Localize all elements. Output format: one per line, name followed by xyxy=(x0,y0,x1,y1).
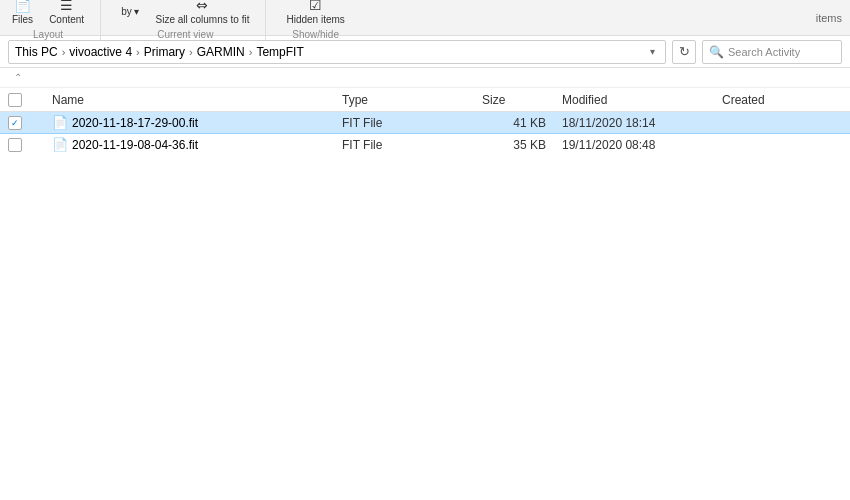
file-type-1: FIT File xyxy=(342,116,482,130)
items-count: items xyxy=(816,12,842,24)
header-check[interactable] xyxy=(8,93,32,107)
file-name-1: 📄 2020-11-18-17-29-00.fit xyxy=(32,115,342,130)
select-all-checkbox[interactable] xyxy=(8,93,22,107)
by-button[interactable]: by ▾ xyxy=(117,4,143,19)
address-bar: This PC › vivoactive 4 › Primary › GARMI… xyxy=(0,36,850,68)
files-button[interactable]: 📄 Files xyxy=(8,0,37,27)
by-label: by ▾ xyxy=(121,6,139,17)
current-view-section: by ▾ ⇔ Size all columns to fit Current v… xyxy=(117,0,266,40)
refresh-button[interactable]: ↻ xyxy=(672,40,696,64)
file-size-2: 35 KB xyxy=(482,138,562,152)
size-all-columns-button[interactable]: ⇔ Size all columns to fit xyxy=(152,0,254,27)
breadcrumb-sep-3: › xyxy=(189,46,193,58)
layout-buttons: 📄 Files ☰ Content xyxy=(8,0,88,27)
show-hide-buttons: ☑ Hidden items xyxy=(282,0,348,27)
breadcrumb-tempfit[interactable]: TempFIT xyxy=(256,45,303,59)
column-headers: Name Type Size Modified Created xyxy=(0,88,850,112)
breadcrumb-primary[interactable]: Primary xyxy=(144,45,185,59)
breadcrumb-dropdown[interactable]: ▾ xyxy=(646,46,659,57)
toolbar-left: 📄 Files ☰ Content Layout by ▾ ⇔ Size all… xyxy=(8,0,349,40)
file-modified-2: 19/11/2020 08:48 xyxy=(562,138,722,152)
show-hide-section: ☑ Hidden items Show/hide xyxy=(282,0,348,40)
current-view-title: Current view xyxy=(157,29,213,40)
show-hide-title: Show/hide xyxy=(292,29,339,40)
size-all-label: Size all columns to fit xyxy=(156,14,250,25)
files-icon: 📄 xyxy=(14,0,31,13)
breadcrumb-sep-1: › xyxy=(62,46,66,58)
hidden-items-button[interactable]: ☑ Hidden items xyxy=(282,0,348,27)
table-row[interactable]: 📄 2020-11-19-08-04-36.fit FIT File 35 KB… xyxy=(0,134,850,156)
current-view-buttons: by ▾ ⇔ Size all columns to fit xyxy=(117,0,253,27)
layout-title: Layout xyxy=(33,29,63,40)
breadcrumb-sep-4: › xyxy=(249,46,253,58)
up-arrow-row: ⌃ xyxy=(0,68,850,88)
breadcrumb-sep-2: › xyxy=(136,46,140,58)
layout-section: 📄 Files ☰ Content Layout xyxy=(8,0,101,40)
size-columns-icon: ⇔ xyxy=(196,0,208,13)
file-name-text-2: 2020-11-19-08-04-36.fit xyxy=(72,138,198,152)
refresh-icon: ↻ xyxy=(679,44,690,59)
breadcrumb-this-pc[interactable]: This PC xyxy=(15,45,58,59)
column-header-size[interactable]: Size xyxy=(482,93,562,107)
row-check-1[interactable]: ✓ xyxy=(8,116,32,130)
file-name-text-1: 2020-11-18-17-29-00.fit xyxy=(72,116,198,130)
row-checkbox-1[interactable]: ✓ xyxy=(8,116,22,130)
column-header-created[interactable]: Created xyxy=(722,93,842,107)
content-icon: ☰ xyxy=(60,0,73,13)
file-modified-1: 18/11/2020 18:14 xyxy=(562,116,722,130)
items-label: items xyxy=(816,12,842,24)
column-header-name[interactable]: Name xyxy=(32,93,342,107)
check-mark-1: ✓ xyxy=(11,118,19,128)
breadcrumb-vivoactive[interactable]: vivoactive 4 xyxy=(69,45,132,59)
file-icon-1: 📄 xyxy=(52,115,68,130)
content-button[interactable]: ☰ Content xyxy=(45,0,88,27)
search-icon: 🔍 xyxy=(709,45,724,59)
file-size-1: 41 KB xyxy=(482,116,562,130)
hidden-items-label: Hidden items xyxy=(286,14,344,25)
toolbar: 📄 Files ☰ Content Layout by ▾ ⇔ Size all… xyxy=(0,0,850,36)
breadcrumb-garmin[interactable]: GARMIN xyxy=(197,45,245,59)
file-type-2: FIT File xyxy=(342,138,482,152)
file-list: ✓ 📄 2020-11-18-17-29-00.fit FIT File 41 … xyxy=(0,112,850,156)
content-label: Content xyxy=(49,14,84,25)
up-arrow-button[interactable]: ⌃ xyxy=(8,70,28,85)
search-placeholder: Search Activity xyxy=(728,46,800,58)
column-header-type[interactable]: Type xyxy=(342,93,482,107)
row-checkbox-2[interactable] xyxy=(8,138,22,152)
files-label: Files xyxy=(12,14,33,25)
file-icon-2: 📄 xyxy=(52,137,68,152)
column-header-modified[interactable]: Modified xyxy=(562,93,722,107)
breadcrumb[interactable]: This PC › vivoactive 4 › Primary › GARMI… xyxy=(8,40,666,64)
hidden-items-icon: ☑ xyxy=(309,0,322,13)
empty-area xyxy=(0,156,850,456)
table-row[interactable]: ✓ 📄 2020-11-18-17-29-00.fit FIT File 41 … xyxy=(0,112,850,134)
file-name-2: 📄 2020-11-19-08-04-36.fit xyxy=(32,137,342,152)
search-box[interactable]: 🔍 Search Activity xyxy=(702,40,842,64)
row-check-2[interactable] xyxy=(8,138,32,152)
